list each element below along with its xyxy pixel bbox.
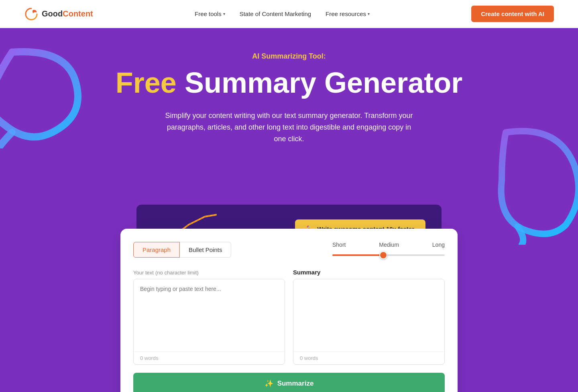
logo-content-text: Content — [63, 9, 93, 18]
logo[interactable]: GoodContent — [24, 7, 93, 21]
input-column: Your text (no character limit) 0 words — [133, 269, 285, 365]
hero-title-free: Free — [116, 67, 177, 99]
length-control: Short Medium Long — [332, 242, 445, 258]
nav-state-of-marketing[interactable]: State of Content Marketing — [240, 10, 311, 17]
text-areas-row: Your text (no character limit) 0 words S… — [133, 269, 445, 365]
summarize-button[interactable]: ✨ Summarize — [133, 373, 445, 392]
tabs-row: Paragraph Bullet Points Short Medium Lon… — [133, 242, 445, 258]
logo-good-text: Good — [42, 9, 63, 18]
create-content-button[interactable]: Create content with AI — [471, 6, 554, 22]
length-medium-label: Medium — [379, 242, 399, 248]
chevron-down-icon2: ▾ — [368, 12, 370, 16]
nav-free-resources[interactable]: Free resources ▾ — [326, 10, 370, 17]
tab-bullet-points[interactable]: Bullet Points — [180, 242, 231, 258]
length-long-label: Long — [432, 242, 445, 248]
hero-section: AI Summarizing Tool: Free Summary Genera… — [0, 28, 578, 253]
text-input[interactable] — [134, 279, 285, 351]
bubble-left-decoration — [0, 44, 100, 148]
length-labels: Short Medium Long — [332, 242, 445, 248]
tab-paragraph[interactable]: Paragraph — [133, 242, 180, 258]
output-column: Summary 0 words — [293, 269, 445, 365]
hero-label: AI Summarizing Tool: — [252, 52, 326, 61]
nav-free-tools[interactable]: Free tools ▾ — [195, 10, 225, 17]
input-label: Your text (no character limit) — [133, 269, 285, 276]
hero-title-rest: Summary Generator — [177, 67, 462, 99]
hero-title: Free Summary Generator — [116, 67, 462, 99]
output-label: Summary — [293, 269, 445, 276]
summary-output[interactable] — [293, 279, 444, 351]
length-short-label: Short — [332, 242, 346, 248]
summarize-icon: ✨ — [265, 379, 273, 388]
bubble-right-decoration — [494, 116, 578, 245]
input-area-wrap: 0 words — [133, 279, 285, 365]
logo-icon — [24, 7, 39, 21]
output-area-wrap: 0 words — [293, 279, 445, 365]
length-slider[interactable] — [332, 254, 445, 256]
tabs: Paragraph Bullet Points — [133, 242, 231, 258]
hero-subtitle: Simplify your content writing with our t… — [161, 110, 417, 144]
length-slider-wrap — [332, 250, 445, 258]
navbar: GoodContent Free tools ▾ State of Conten… — [0, 0, 578, 28]
nav-links: Free tools ▾ State of Content Marketing … — [195, 10, 370, 17]
summarize-label: Summarize — [277, 380, 314, 388]
tool-card: Paragraph Bullet Points Short Medium Lon… — [120, 229, 458, 392]
chevron-down-icon: ▾ — [223, 12, 225, 16]
input-word-count: 0 words — [134, 351, 285, 364]
output-word-count: 0 words — [293, 351, 444, 364]
